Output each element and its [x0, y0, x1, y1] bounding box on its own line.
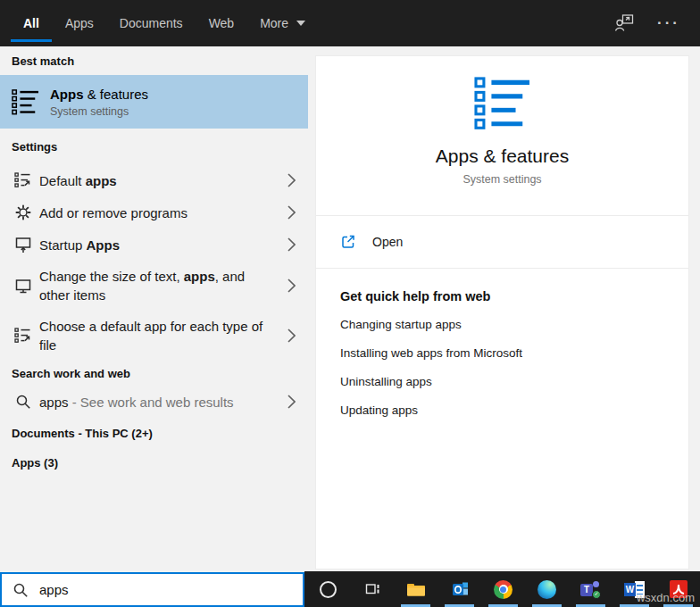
chevron-right-icon — [288, 205, 296, 220]
tab-all[interactable]: All — [12, 0, 50, 46]
settings-item-label: Default apps — [39, 171, 264, 190]
settings-item-change-size[interactable]: Change the size of text, apps, and other… — [0, 261, 308, 311]
tab-more[interactable]: More — [249, 0, 316, 46]
display-icon — [14, 277, 32, 295]
quick-help-header: Get quick help from web — [340, 289, 688, 304]
settings-item-default-apps[interactable]: Default apps — [0, 164, 308, 196]
web-search-result-apps[interactable]: apps - See work and web results — [0, 386, 308, 418]
tab-web[interactable]: Web — [198, 0, 246, 46]
open-external-icon — [340, 234, 356, 250]
settings-item-label: Startup Apps — [39, 236, 264, 254]
chevron-right-icon — [288, 279, 296, 293]
settings-item-label: Add or remove programs — [39, 204, 264, 222]
chevron-right-icon — [288, 237, 296, 252]
preview-pane: Apps & features System settings Open Get… — [308, 46, 700, 571]
best-match-result-apps-features[interactable]: Apps & features System settings — [0, 75, 308, 129]
more-options-icon[interactable]: ··· — [657, 19, 680, 28]
gear-icon — [14, 204, 32, 221]
windows-search-flyout: All Apps Documents Web More ··· Best mat… — [0, 0, 700, 607]
watermark: wsxdn.com — [637, 591, 695, 604]
help-link-updating-apps[interactable]: Updating apps — [340, 395, 688, 424]
chevron-down-icon — [296, 21, 305, 26]
help-link-changing-startup-apps[interactable]: Changing startup apps — [340, 310, 688, 338]
best-match-subtitle: System settings — [50, 105, 148, 118]
settings-item-label: Choose a default app for each type of fi… — [39, 317, 264, 354]
taskbar-search-box[interactable] — [0, 572, 304, 607]
search-work-web-header: Search work and web — [0, 361, 308, 386]
outlook-icon[interactable] — [438, 571, 481, 607]
settings-header: Settings — [0, 129, 308, 164]
feedback-icon[interactable] — [614, 14, 634, 32]
chevron-right-icon — [288, 328, 296, 343]
help-link-uninstalling-apps[interactable]: Uninstalling apps — [340, 367, 688, 395]
settings-item-choose-default-app[interactable]: Choose a default app for each type of fi… — [0, 311, 308, 361]
preview-card: Apps & features System settings Open Get… — [315, 55, 689, 570]
tab-documents[interactable]: Documents — [109, 0, 194, 46]
teams-icon[interactable]: T ✓ — [569, 571, 612, 607]
search-results-pane: Best match — [0, 46, 308, 607]
tab-apps[interactable]: Apps — [54, 0, 104, 46]
open-action-label: Open — [372, 235, 403, 249]
apps-features-list-icon — [12, 89, 39, 115]
chevron-right-icon — [288, 173, 296, 187]
preview-title: Apps & features — [316, 146, 688, 167]
tab-more-label: More — [260, 16, 288, 30]
documents-group-header[interactable]: Documents - This PC (2+) — [0, 418, 308, 448]
open-action[interactable]: Open — [316, 216, 688, 269]
default-apps-icon — [14, 327, 32, 345]
edge-icon[interactable] — [525, 571, 569, 607]
search-filter-bar: All Apps Documents Web More ··· — [0, 0, 700, 46]
preview-subtitle: System settings — [316, 173, 688, 186]
startup-apps-icon — [14, 236, 32, 254]
taskbar: T ✓ W wsxdn.com — [304, 571, 700, 607]
apps-features-list-icon — [473, 77, 532, 130]
settings-item-startup-apps[interactable]: Startup Apps — [0, 229, 308, 261]
cortana-icon[interactable] — [306, 571, 350, 607]
search-input[interactable] — [39, 582, 271, 597]
settings-item-add-remove-programs[interactable]: Add or remove programs — [0, 196, 308, 229]
chevron-right-icon — [288, 395, 296, 409]
search-icon — [12, 582, 29, 598]
web-search-label: apps - See work and web results — [39, 393, 264, 412]
search-icon — [14, 393, 32, 411]
task-view-icon[interactable] — [350, 571, 394, 607]
best-match-title: Apps & features — [50, 87, 148, 102]
apps-group-header[interactable]: Apps (3) — [0, 448, 308, 477]
settings-item-label: Change the size of text, apps, and other… — [39, 267, 264, 304]
default-apps-icon — [14, 171, 32, 189]
file-explorer-icon[interactable] — [394, 571, 438, 607]
best-match-header: Best match — [0, 46, 308, 75]
help-link-installing-web-apps[interactable]: Installing web apps from Microsoft — [340, 338, 688, 367]
chrome-icon[interactable] — [481, 571, 525, 607]
